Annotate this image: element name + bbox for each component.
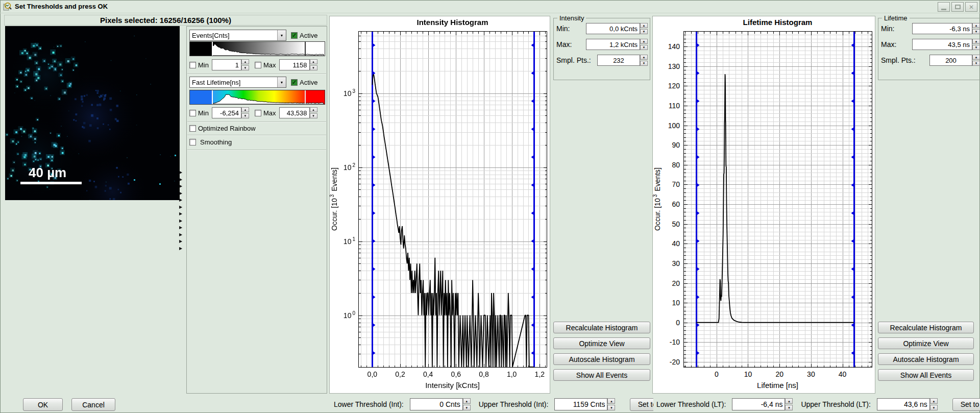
channel1-select[interactable]: Events[Cnts] ▼ [189, 30, 286, 41]
recalculate-histogram-button[interactable]: Recalculate Histogram [878, 322, 974, 333]
axis-ticks [359, 32, 547, 368]
upper-threshold-line[interactable] [531, 31, 535, 367]
spin-up-button[interactable]: ▲ [972, 23, 980, 28]
intensity-smpl-field[interactable]: 232 [597, 55, 640, 66]
axis-ticks [684, 32, 872, 368]
lifetime-smpl-field[interactable]: 200 [929, 55, 972, 66]
spin-up-button[interactable]: ▲ [972, 39, 980, 44]
channel2-selected-value: Fast Lifetime[ns] [190, 79, 277, 86]
maximize-button[interactable] [951, 2, 964, 12]
channel1-min-checkbox[interactable] [189, 62, 196, 68]
show-all-events-button[interactable]: Show All Events [878, 369, 974, 381]
spin-down-button[interactable]: ▼ [930, 405, 938, 410]
spin-down-button[interactable]: ▼ [310, 113, 317, 118]
intensity-histogram-chart[interactable]: Intensity Histogram0,00,20,40,60,81,01,2… [330, 16, 551, 394]
spin-up-button[interactable]: ▲ [640, 23, 648, 28]
lower-threshold-int-field[interactable]: 0 Cnts [410, 398, 463, 410]
chevron-down-icon[interactable]: ▼ [277, 77, 286, 87]
spin-down-button[interactable]: ▼ [640, 45, 648, 50]
channel2-select[interactable]: Fast Lifetime[ns] ▼ [189, 77, 286, 88]
spin-up-button[interactable]: ▲ [310, 59, 317, 64]
autoscale-histogram-button[interactable]: Autoscale Histogram [553, 353, 650, 365]
chevron-down-icon[interactable]: ▼ [277, 30, 286, 40]
expand-arrow-icon[interactable]: ▶ [179, 238, 185, 245]
spin-up-button[interactable]: ▲ [972, 55, 980, 60]
lifetime-min-field[interactable]: -6,3 ns [912, 23, 972, 34]
spin-down-button[interactable]: ▼ [785, 405, 793, 410]
channel1-min-field[interactable]: 1 [212, 59, 241, 70]
lifetime-histogram-chart[interactable]: Lifetime Histogram010203040-20-100102030… [653, 16, 876, 394]
spin-up-button[interactable]: ▲ [241, 59, 249, 64]
spin-down-button[interactable]: ▼ [972, 61, 980, 66]
svg-text:0: 0 [676, 319, 680, 327]
optimized-rainbow-checkbox[interactable] [189, 125, 196, 132]
x-axis-label: Intensity [kCnts] [425, 381, 480, 390]
svg-text:30: 30 [807, 370, 815, 378]
spin-up-button[interactable]: ▲ [640, 39, 648, 44]
spin-down-button[interactable]: ▼ [607, 405, 615, 410]
expand-arrow-icon[interactable]: ▶ [179, 190, 185, 197]
window-title: Set Thresholds and press OK [15, 3, 108, 10]
intensity-min-field[interactable]: 0,0 kCnts [586, 23, 640, 34]
expand-arrow-icon[interactable]: ▶ [179, 210, 185, 217]
channel1-max-checkbox[interactable] [255, 62, 261, 68]
intensity-colormap-bar[interactable] [189, 41, 325, 56]
optimize-view-button[interactable]: Optimize View [553, 337, 650, 349]
channel2-min-checkbox[interactable] [189, 110, 196, 116]
smoothing-checkbox[interactable] [189, 139, 196, 145]
channel2-active-checkbox[interactable]: ✓ [291, 79, 298, 86]
expand-arrow-icon[interactable]: ▶ [179, 217, 185, 225]
lifetime-max-field[interactable]: 43,5 ns [912, 39, 972, 50]
expand-arrow-icon[interactable]: ▶ [179, 224, 185, 231]
spin-down-button[interactable]: ▼ [463, 405, 471, 410]
svg-text:101: 101 [344, 236, 356, 246]
close-button[interactable]: ✕ [965, 2, 977, 12]
spin-down-button[interactable]: ▼ [241, 113, 249, 118]
expand-arrow-icon[interactable]: ▶ [179, 245, 185, 252]
channel1-max-field[interactable]: 1158 [279, 59, 310, 70]
upper-threshold-line[interactable] [851, 31, 855, 367]
spin-up-button[interactable]: ▲ [930, 398, 938, 404]
expand-arrow-icon[interactable]: ▶ [179, 231, 185, 238]
set-to-int-button[interactable]: Set to [630, 398, 653, 411]
expand-arrow-icon[interactable]: ▶ [179, 176, 185, 183]
lifetime-colormap-bar[interactable] [189, 90, 325, 105]
spin-up-button[interactable]: ▲ [241, 107, 249, 112]
ok-button[interactable]: OK [23, 398, 63, 411]
chart-title: Lifetime Histogram [743, 18, 813, 27]
spin-up-button[interactable]: ▲ [607, 398, 615, 404]
expand-arrow-icon[interactable]: ▶ [179, 204, 185, 211]
spin-up-button[interactable]: ▲ [640, 55, 648, 60]
expand-arrow-icon[interactable]: ▶ [179, 169, 185, 176]
svg-text:130: 130 [668, 62, 680, 70]
minimize-button[interactable] [938, 2, 950, 12]
cancel-button[interactable]: Cancel [71, 398, 115, 411]
spin-down-button[interactable]: ▼ [640, 29, 648, 34]
channel1-active-checkbox[interactable]: ✓ [291, 32, 298, 39]
channel2-min-field[interactable]: -6,254 [212, 107, 241, 118]
upper-threshold-lt-field[interactable]: 43,6 ns [877, 398, 930, 410]
spin-down-button[interactable]: ▼ [640, 61, 648, 66]
spin-up-button[interactable]: ▲ [310, 107, 317, 112]
panel-expand-splitter[interactable]: ▶▶▶▶▶▶▶▶▶▶▶▶ [179, 169, 185, 252]
set-to-lt-button[interactable]: Set to [952, 398, 980, 411]
channel2-max-checkbox[interactable] [255, 110, 261, 116]
spin-down-button[interactable]: ▼ [972, 29, 980, 34]
intensity-max-field[interactable]: 1,2 kCnts [586, 39, 640, 50]
spin-up-button[interactable]: ▲ [785, 398, 793, 404]
expand-arrow-icon[interactable]: ▶ [179, 183, 185, 190]
spin-down-button[interactable]: ▼ [310, 65, 317, 70]
autoscale-histogram-button[interactable]: Autoscale Histogram [878, 353, 974, 365]
upper-threshold-int-field[interactable]: 1159 Cnts [554, 398, 607, 410]
optimize-view-button[interactable]: Optimize View [878, 337, 974, 349]
spin-down-button[interactable]: ▼ [241, 65, 249, 70]
lower-threshold-lt-field[interactable]: -6,4 ns [732, 398, 785, 410]
upper-threshold-lt-label: Upper Threshold (LT): [801, 400, 870, 408]
recalculate-histogram-button[interactable]: Recalculate Histogram [553, 322, 650, 333]
spin-up-button[interactable]: ▲ [463, 398, 471, 404]
expand-arrow-icon[interactable]: ▶ [179, 197, 185, 204]
spin-down-button[interactable]: ▼ [972, 45, 980, 50]
show-all-events-button[interactable]: Show All Events [553, 369, 650, 381]
channel2-max-field[interactable]: 43,538 [279, 107, 310, 118]
svg-text:30: 30 [672, 259, 680, 268]
